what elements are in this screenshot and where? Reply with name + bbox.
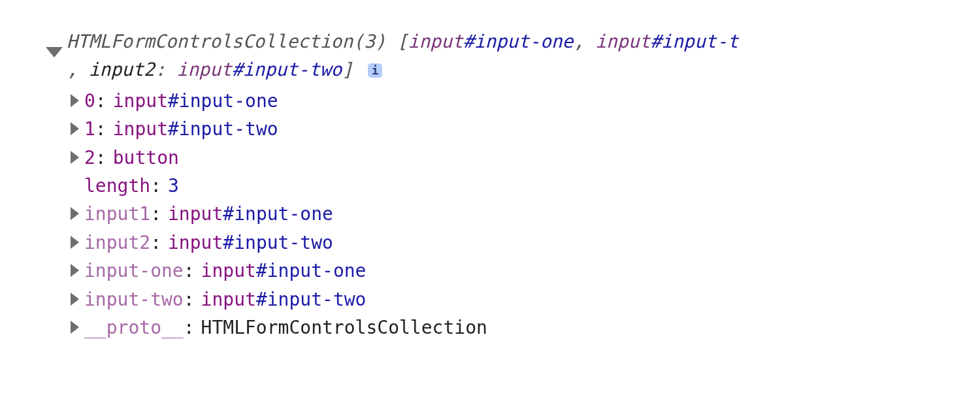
property-name: 2 (84, 147, 95, 169)
property-value: input (168, 203, 223, 225)
property-value: HTMLFormControlsCollection (201, 317, 487, 338)
property-name: length (84, 175, 150, 197)
console-output: HTMLFormControlsCollection(3) [input#inp… (0, 0, 980, 342)
expand-icon[interactable] (71, 151, 79, 164)
info-icon[interactable]: i (368, 63, 382, 78)
property-row: length:3 (67, 172, 951, 200)
property-value: button (113, 147, 179, 169)
property-value: input (113, 118, 168, 140)
expand-icon[interactable] (71, 207, 79, 220)
collapse-icon[interactable] (46, 47, 63, 57)
property-row[interactable]: 0:input#input-one (67, 87, 951, 115)
property-row[interactable]: input-one:input#input-one (67, 257, 951, 285)
expand-icon[interactable] (71, 321, 79, 334)
object-properties: 0:input#input-one1:input#input-two2:butt… (67, 87, 951, 342)
property-row[interactable]: __proto__:HTMLFormControlsCollection (67, 314, 951, 342)
property-name: input-two (84, 289, 184, 310)
property-value: input (168, 232, 223, 253)
property-name: input-one (84, 260, 184, 281)
property-value: input (201, 289, 256, 310)
property-row[interactable]: 2:button (67, 144, 951, 172)
expand-icon[interactable] (71, 236, 79, 249)
property-row[interactable]: input2:input#input-two (67, 229, 951, 257)
object-summary[interactable]: HTMLFormControlsCollection(3) [input#inp… (67, 27, 951, 84)
property-value: input (113, 90, 168, 112)
property-row[interactable]: 1:input#input-two (67, 115, 951, 143)
property-name: 1 (84, 118, 95, 140)
property-row[interactable]: input-two:input#input-two (67, 285, 951, 314)
property-value: 3 (168, 175, 179, 197)
expand-icon[interactable] (71, 122, 79, 135)
property-name: input1 (84, 203, 150, 225)
property-name: __proto__ (84, 317, 184, 338)
property-value: input (201, 260, 256, 281)
property-name: 0 (84, 90, 95, 112)
property-row[interactable]: input1:input#input-one (67, 200, 951, 228)
expand-icon[interactable] (71, 293, 79, 306)
object-log: HTMLFormControlsCollection(3) [input#inp… (29, 27, 951, 342)
expand-icon[interactable] (71, 94, 79, 107)
property-name: input2 (84, 232, 150, 253)
expand-icon[interactable] (71, 264, 79, 277)
summary-type: HTMLFormControlsCollection(3) (67, 31, 386, 52)
